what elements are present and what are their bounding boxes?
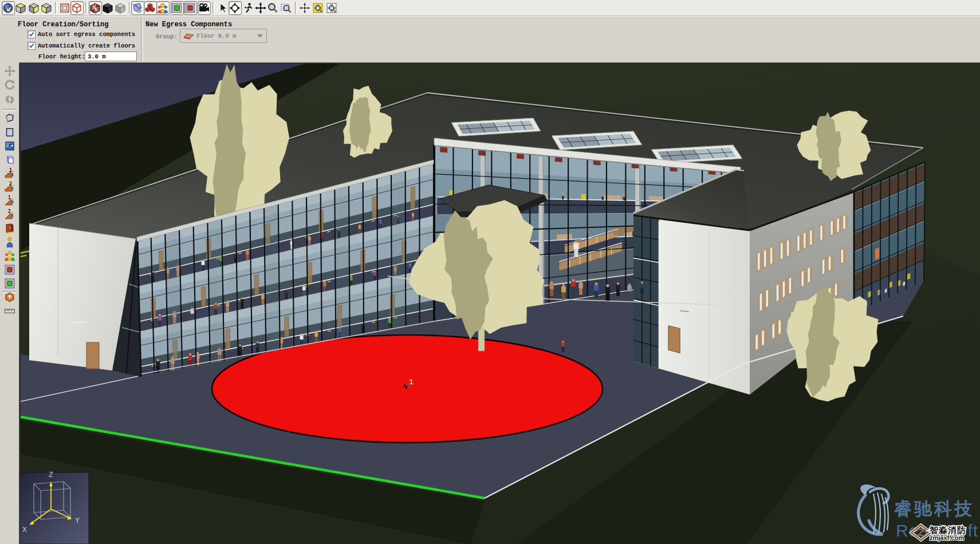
add-occupant-tool-button[interactable] bbox=[3, 236, 17, 249]
two-way-ramp-tool-button[interactable]: 2 bbox=[3, 208, 17, 221]
person-figure bbox=[359, 224, 361, 233]
person-figure bbox=[409, 263, 412, 272]
orbit-view-button bbox=[3, 79, 17, 92]
select-tool-button[interactable] bbox=[217, 1, 230, 15]
svg-text:2: 2 bbox=[8, 209, 11, 214]
viewport-3d[interactable]: 1 Z X Y 睿驰科技 Reachsoft 智淼消防 zmjaxf.com bbox=[19, 62, 980, 544]
zoom-extents-button[interactable] bbox=[325, 1, 339, 15]
ramp2-icon: 2 bbox=[4, 209, 15, 220]
person-figure bbox=[379, 220, 381, 228]
polyroom-icon bbox=[4, 113, 15, 124]
auto-sort-checkbox[interactable] bbox=[27, 30, 36, 38]
pan-tool-button[interactable] bbox=[254, 1, 267, 15]
obstruction-tool-button[interactable] bbox=[3, 153, 17, 166]
one-way-ramp-tool-button[interactable]: 1 bbox=[3, 195, 17, 207]
zoom-box-tool-button[interactable] bbox=[280, 1, 293, 15]
person-figure bbox=[574, 240, 579, 257]
person-figure bbox=[190, 308, 194, 320]
center-view-button[interactable] bbox=[298, 1, 312, 15]
person-figure bbox=[246, 250, 249, 260]
company-cn-text: 睿驰科技 bbox=[894, 499, 974, 519]
walk-tool-button[interactable] bbox=[242, 1, 255, 15]
orbit-tool-button[interactable] bbox=[229, 1, 242, 15]
floor-creation-title: Floor Creation/Sorting bbox=[18, 21, 108, 29]
person-figure bbox=[302, 285, 306, 295]
browndoor-icon bbox=[4, 223, 15, 234]
end-wall-door bbox=[86, 342, 99, 369]
toolbar-separator bbox=[295, 2, 297, 14]
toolbar-separator bbox=[55, 2, 57, 14]
zoom-tool-button[interactable] bbox=[266, 1, 280, 15]
person-figure bbox=[561, 341, 565, 352]
person-figure bbox=[300, 333, 304, 345]
person-figure bbox=[412, 212, 414, 220]
redsq-icon bbox=[184, 2, 196, 14]
auto-create-floors-label: Automatically create floors bbox=[38, 42, 135, 49]
terrain-icon bbox=[132, 2, 143, 14]
rectangle-room-tool-button[interactable] bbox=[3, 126, 17, 139]
toolbar-separator bbox=[2, 109, 17, 111]
show-exits-button[interactable] bbox=[184, 1, 197, 15]
toolbar-separator bbox=[85, 2, 88, 14]
measure-tool-button[interactable] bbox=[3, 305, 17, 317]
show-entrances-button[interactable] bbox=[171, 1, 184, 15]
reset-view-button[interactable] bbox=[2, 1, 15, 15]
crosshair-icon bbox=[299, 2, 310, 14]
solid-render-button[interactable] bbox=[101, 1, 115, 15]
person-figure bbox=[308, 235, 311, 245]
two-way-stairs-tool-button[interactable]: 2 bbox=[3, 181, 17, 194]
top-view-button[interactable] bbox=[14, 1, 27, 15]
exit-door-tool-button[interactable] bbox=[3, 222, 17, 235]
stairs2-icon: 2 bbox=[4, 182, 15, 193]
zoombox-icon bbox=[280, 2, 292, 14]
group-value: Floor 0.0 m bbox=[196, 33, 236, 40]
show-objects-button[interactable] bbox=[144, 1, 157, 15]
svg-text:1: 1 bbox=[8, 195, 11, 200]
person-figure bbox=[594, 282, 599, 298]
show-occupants-button[interactable] bbox=[156, 1, 170, 15]
flat-render-button[interactable] bbox=[114, 1, 127, 15]
zoom-selected-button[interactable] bbox=[312, 1, 325, 15]
graycube-icon bbox=[115, 2, 126, 14]
textured-render-button[interactable] bbox=[89, 1, 102, 15]
scene-3d: 1 Z X Y 睿驰科技 Reachsoft 智淼消防 zmjaxf.com bbox=[19, 63, 980, 544]
movecross-icon bbox=[255, 2, 266, 14]
entrance-region-tool-button[interactable] bbox=[3, 277, 17, 290]
person-figure bbox=[323, 281, 326, 291]
redcubes-icon bbox=[144, 2, 156, 14]
floor-height-input[interactable] bbox=[85, 52, 137, 61]
person-figure bbox=[241, 297, 244, 309]
auto-create-floors-checkbox[interactable] bbox=[27, 42, 36, 50]
person-figure bbox=[285, 289, 288, 299]
add-occupant-group-tool-button[interactable] bbox=[3, 250, 17, 262]
pathfinder-window: { "app": {"name": "Pathfinder egress sim… bbox=[0, 0, 980, 544]
wireframe-render-button[interactable] bbox=[58, 1, 72, 15]
bluedoor-icon bbox=[4, 140, 15, 152]
door-tool-button[interactable] bbox=[3, 140, 17, 152]
orbit-icon bbox=[229, 2, 241, 14]
person-figure bbox=[561, 284, 566, 299]
hatchcube-icon bbox=[89, 2, 101, 14]
person-figure bbox=[373, 271, 376, 280]
elevator-tool-button[interactable] bbox=[3, 291, 17, 303]
person-figure bbox=[261, 293, 265, 304]
cubeside-icon bbox=[28, 2, 40, 14]
zhimiao-stamp: 智淼消防 zmjaxf.com bbox=[911, 525, 966, 541]
polygon-room-tool-button[interactable] bbox=[3, 112, 17, 125]
side-view-button[interactable] bbox=[27, 1, 41, 15]
person-figure bbox=[256, 341, 259, 354]
group-dropdown[interactable]: Floor 0.0 m bbox=[180, 29, 267, 43]
one-way-stairs-tool-button[interactable]: 1 bbox=[3, 167, 17, 180]
show-cameras-button[interactable] bbox=[198, 1, 211, 15]
person1-icon bbox=[4, 236, 15, 248]
main-toolbar bbox=[0, 0, 980, 16]
box3d-icon bbox=[4, 154, 15, 165]
toolbar-separator bbox=[212, 2, 215, 14]
exit-region-tool-button[interactable] bbox=[3, 263, 17, 276]
ramp1-icon: 1 bbox=[4, 195, 15, 207]
outline-render-button[interactable] bbox=[70, 1, 84, 15]
show-terrain-button[interactable] bbox=[131, 1, 144, 15]
dropdown-arrow-icon bbox=[257, 34, 263, 38]
front-view-button[interactable] bbox=[40, 1, 53, 15]
person-figure bbox=[616, 282, 620, 296]
